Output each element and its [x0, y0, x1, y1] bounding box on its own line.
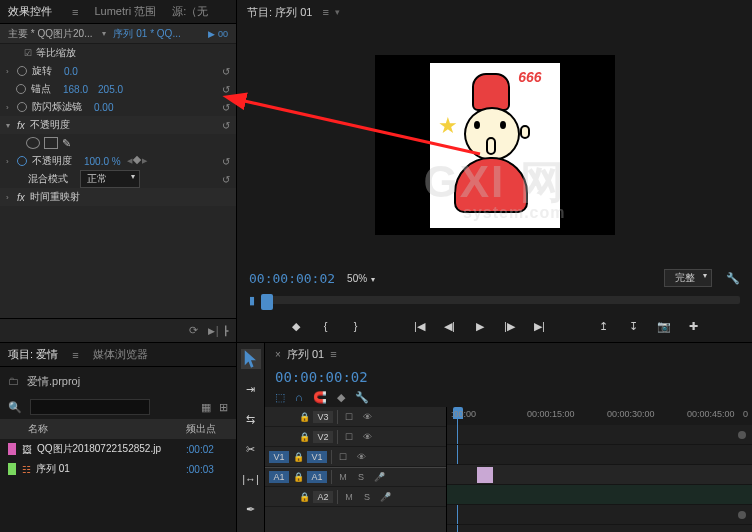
pen-tool[interactable]: ✒ — [241, 499, 261, 519]
panel-menu-icon[interactable]: ≡ — [330, 348, 336, 360]
track-output-toggle[interactable]: ☐ — [336, 452, 350, 462]
track-visibility-toggle[interactable]: 👁 — [354, 452, 368, 462]
source-patch-v1[interactable]: V1 — [269, 451, 289, 463]
blendmode-select[interactable]: 正常 — [80, 170, 140, 188]
tab-effect-controls[interactable]: 效果控件 — [8, 4, 52, 19]
stopwatch-icon[interactable] — [17, 102, 27, 112]
stopwatch-icon[interactable] — [17, 156, 27, 166]
track-header-v2[interactable]: 🔒 V2 ☐ 👁 — [265, 427, 446, 447]
panel-menu-icon[interactable]: ≡ — [322, 6, 328, 18]
list-view-button[interactable]: ▦ — [201, 401, 211, 414]
keyframe-nav[interactable]: ◀ ▶ — [127, 157, 147, 165]
dropdown-icon[interactable]: ▾ — [335, 7, 340, 17]
slip-tool[interactable]: |↔| — [241, 469, 261, 489]
anchor-y-value[interactable]: 205.0 — [98, 84, 123, 95]
expand-icon[interactable]: › — [6, 157, 14, 166]
mark-in-button[interactable]: { — [318, 318, 334, 334]
project-item[interactable]: 🖼 QQ图片20180722152852.jp :00:02 — [0, 439, 236, 459]
marker-icon[interactable]: ◆ — [337, 391, 345, 404]
lock-icon[interactable]: 🔒 — [293, 452, 303, 462]
timeline-sequence-name[interactable]: 序列 01 — [287, 347, 324, 362]
scrub-track[interactable] — [261, 296, 740, 304]
search-input[interactable] — [30, 399, 150, 415]
source-patch-a1[interactable]: A1 — [269, 471, 289, 483]
voice-over-icon[interactable]: 🎤 — [378, 492, 392, 502]
stopwatch-icon[interactable] — [17, 66, 27, 76]
zoom-select[interactable]: 50% — [343, 272, 389, 285]
linked-selection-toggle[interactable]: 🧲 — [313, 391, 327, 404]
track-header-v3[interactable]: 🔒 V3 ☐ 👁 — [265, 407, 446, 427]
selection-tool[interactable] — [241, 349, 261, 369]
expand-icon[interactable]: › — [6, 193, 14, 202]
project-item[interactable]: ☷ 序列 01 :00:03 — [0, 459, 236, 479]
rotation-value[interactable]: 0.0 — [64, 66, 78, 77]
solo-toggle[interactable]: S — [354, 472, 368, 482]
track-lane-v1[interactable] — [447, 465, 752, 485]
export-frame-button[interactable]: 📷 — [656, 318, 672, 334]
reset-icon[interactable]: ↺ — [222, 102, 230, 113]
scroll-dot[interactable] — [738, 431, 746, 439]
go-to-out-button[interactable]: ▶| — [532, 318, 548, 334]
tab-media-browser[interactable]: 媒体浏览器 — [93, 347, 148, 362]
mute-toggle[interactable]: M — [342, 492, 356, 502]
sequence-name-link[interactable]: ▾序列 01 * QQ... — [102, 27, 180, 41]
track-output-toggle[interactable]: ☐ — [342, 432, 356, 442]
lock-icon[interactable]: 🔒 — [299, 412, 309, 422]
playhead-marker[interactable] — [261, 294, 273, 310]
play-button[interactable]: ▶ — [472, 318, 488, 334]
reset-icon[interactable]: ↺ — [222, 174, 230, 185]
nest-toggle[interactable]: ⬚ — [275, 391, 285, 404]
program-timecode[interactable]: 00:00:00:02 — [249, 271, 335, 286]
scroll-dot[interactable] — [738, 511, 746, 519]
mask-pen-button[interactable]: ✎ — [62, 137, 76, 149]
track-lane-a1[interactable] — [447, 485, 752, 505]
snap-toggle[interactable]: ∩ — [295, 391, 303, 403]
track-header-a2[interactable]: 🔒 A2 M S 🎤 — [265, 487, 446, 507]
track-lane-a2[interactable] — [447, 505, 752, 525]
expand-icon[interactable]: ▾ — [6, 121, 14, 130]
loop-icon[interactable]: ⟳ — [189, 324, 198, 337]
add-marker-button[interactable]: ◆ — [288, 318, 304, 334]
track-visibility-toggle[interactable]: 👁 — [360, 412, 374, 422]
track-select-tool[interactable]: ⇥ — [241, 379, 261, 399]
settings-icon[interactable]: 🔧 — [726, 272, 740, 285]
timeline-clip[interactable] — [477, 467, 493, 483]
button-editor[interactable]: ✚ — [686, 318, 702, 334]
expand-icon[interactable]: › — [6, 103, 14, 112]
solo-toggle[interactable]: S — [360, 492, 374, 502]
icon-view-button[interactable]: ⊞ — [219, 401, 228, 414]
track-lane-v3[interactable] — [447, 425, 752, 445]
effect-timeline-toggle[interactable]: ▶│ ┣ — [208, 326, 228, 336]
antiflicker-value[interactable]: 0.00 — [94, 102, 113, 113]
timeline-ruler[interactable]: :00:00 00:00:15:00 00:00:30:00 00:00:45:… — [447, 407, 752, 425]
expand-icon[interactable]: › — [6, 67, 14, 76]
tab-source[interactable]: 源:（无 — [172, 4, 208, 19]
mask-ellipse-button[interactable] — [26, 137, 40, 149]
lock-icon[interactable]: 🔒 — [293, 472, 303, 482]
razor-tool[interactable]: ✂ — [241, 439, 261, 459]
reset-icon[interactable]: ↺ — [222, 66, 230, 77]
tab-lumetri[interactable]: Lumetri 范围 — [94, 4, 156, 19]
resolution-select[interactable]: 完整 — [664, 269, 712, 287]
anchor-x-value[interactable]: 168.0 — [63, 84, 88, 95]
track-visibility-toggle[interactable]: 👁 — [360, 432, 374, 442]
step-back-button[interactable]: ◀| — [442, 318, 458, 334]
column-framerate[interactable]: 频出点 — [186, 422, 228, 436]
track-lane-v2[interactable] — [447, 445, 752, 465]
opacity-value[interactable]: 100.0 % — [84, 156, 121, 167]
mask-rect-button[interactable] — [44, 137, 58, 149]
ripple-edit-tool[interactable]: ⇆ — [241, 409, 261, 429]
mute-toggle[interactable]: M — [336, 472, 350, 482]
settings-icon[interactable]: 🔧 — [355, 391, 369, 404]
mark-out-button[interactable]: } — [348, 318, 364, 334]
reset-icon[interactable]: ↺ — [222, 84, 230, 95]
step-forward-button[interactable]: |▶ — [502, 318, 518, 334]
track-header-v1[interactable]: V1 🔒 V1 ☐ 👁 — [265, 447, 446, 467]
voice-over-icon[interactable]: 🎤 — [372, 472, 386, 482]
track-output-toggle[interactable]: ☐ — [342, 412, 356, 422]
in-marker-icon[interactable]: ▮ — [249, 294, 261, 307]
stopwatch-icon[interactable] — [16, 84, 26, 94]
program-monitor[interactable]: 666 ★ — [375, 55, 615, 235]
reset-icon[interactable]: ↺ — [222, 156, 230, 167]
lift-button[interactable]: ↥ — [596, 318, 612, 334]
